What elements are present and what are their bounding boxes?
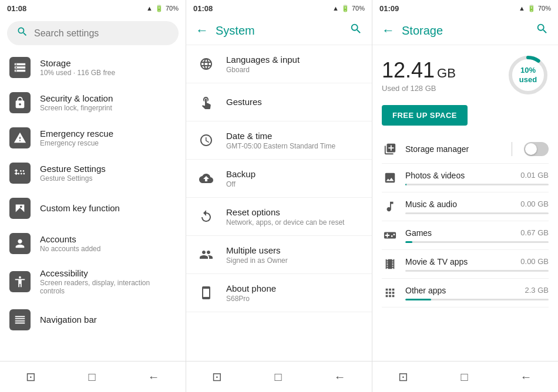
system-item-datetime[interactable]: Date & time GMT-05:00 Eastern Standard T… — [186, 121, 372, 160]
right-time: 01:09 — [379, 4, 399, 13]
language-icon — [196, 53, 217, 75]
system-list: Languages & input Gboard Gestures Date &… — [186, 45, 372, 361]
photos-icon — [382, 170, 398, 186]
storage-circle-progress: 10% used — [507, 55, 549, 96]
movies-header: Movie & TV apps 0.00 GB — [405, 257, 549, 266]
emergency-title: Emergency rescue — [40, 129, 113, 138]
games-header: Games 0.67 GB — [405, 228, 549, 238]
right-nav-home[interactable]: □ — [453, 368, 475, 386]
mid-nav-recent[interactable]: ⊡ — [205, 367, 229, 386]
system-item-language[interactable]: Languages & input Gboard — [186, 45, 372, 83]
photos-progress-fill — [405, 184, 406, 185]
storage-row-music[interactable]: Music & audio 0.00 GB — [382, 192, 549, 221]
system-item-users[interactable]: Multiple users Signed in as Owner — [186, 236, 372, 274]
right-nav-recent[interactable]: ⊡ — [391, 367, 415, 386]
storage-row-photos[interactable]: Photos & videos 0.01 GB — [382, 164, 549, 192]
language-subtitle: Gboard — [226, 66, 300, 74]
right-panel: 01:09 ▲ 🔋 70% ← Storage 12.41 GB Used of… — [372, 0, 558, 392]
sidebar-item-security[interactable]: Security & location Screen lock, fingerp… — [0, 85, 186, 120]
language-title: Languages & input — [226, 55, 300, 65]
users-title: Multiple users — [226, 245, 288, 255]
system-search-icon[interactable] — [349, 22, 362, 39]
left-bottom-nav: ⊡ □ ← — [0, 361, 186, 392]
music-name: Music & audio — [405, 200, 457, 209]
storage-title: Storage — [40, 58, 115, 68]
users-subtitle: Signed in as Owner — [226, 256, 288, 265]
storage-row-games[interactable]: Games 0.67 GB — [382, 221, 549, 250]
accounts-subtitle: No accounts added — [40, 245, 100, 253]
security-text: Security & location Screen lock, fingerp… — [40, 93, 113, 112]
system-item-reset[interactable]: Reset options Network, apps, or device c… — [186, 198, 372, 236]
free-up-space-button[interactable]: FREE UP SPACE — [382, 105, 468, 126]
about-icon — [196, 282, 217, 303]
system-header: ← System — [186, 16, 372, 45]
system-item-backup[interactable]: Backup Off — [186, 160, 372, 198]
right-wifi-icon: ▲ — [519, 5, 525, 12]
gesture-settings-icon — [9, 163, 31, 184]
datetime-icon — [196, 130, 217, 151]
storage-manager-toggle[interactable] — [524, 142, 549, 156]
accessibility-text: Accessibility Screen readers, display, i… — [40, 268, 176, 295]
games-progress — [405, 241, 549, 243]
storage-manager-divider — [512, 142, 512, 156]
storage-manager-icon — [382, 141, 398, 157]
other-content: Other apps 2.3 GB — [405, 286, 549, 300]
sidebar-item-navbar[interactable]: Navigation bar — [0, 302, 186, 337]
sidebar-item-accounts[interactable]: Accounts No accounts added — [0, 226, 186, 261]
mid-bottom-nav: ⊡ □ ← — [186, 361, 372, 392]
users-text: Multiple users Signed in as Owner — [226, 245, 288, 265]
games-size: 0.67 GB — [520, 228, 549, 237]
accounts-title: Accounts — [40, 234, 100, 244]
accounts-icon — [9, 233, 31, 254]
accessibility-icon — [9, 271, 31, 292]
storage-row-other[interactable]: Other apps 2.3 GB — [382, 279, 549, 307]
mid-status-bar: 01:08 ▲ 🔋 70% — [186, 0, 372, 16]
sidebar-item-storage[interactable]: Storage 10% used · 116 GB free — [0, 50, 186, 85]
backup-title: Backup — [226, 169, 256, 179]
about-title: About phone — [226, 283, 276, 293]
storage-back-btn[interactable]: ← — [382, 23, 395, 38]
system-item-gestures[interactable]: Gestures — [186, 83, 372, 121]
mid-nav-back[interactable]: ← — [327, 368, 353, 386]
middle-panel: 01:08 ▲ 🔋 70% ← System Languages & input… — [186, 0, 372, 392]
users-icon — [196, 244, 217, 265]
other-progress-fill — [405, 299, 431, 300]
system-title: System — [216, 24, 342, 38]
sidebar-item-gesture[interactable]: Gesture Settings Gesture Settings — [0, 156, 186, 191]
system-back-btn[interactable]: ← — [196, 23, 209, 38]
search-bar[interactable] — [7, 21, 179, 45]
accounts-text: Accounts No accounts added — [40, 234, 100, 253]
gestures-icon — [196, 92, 217, 113]
reset-icon — [196, 206, 217, 227]
music-header: Music & audio 0.00 GB — [405, 200, 549, 209]
about-subtitle: S68Pro — [226, 295, 276, 303]
sidebar-item-custom-key[interactable]: Custom key function — [0, 191, 186, 226]
mid-nav-home[interactable]: □ — [267, 368, 288, 386]
emergency-text: Emergency rescue Emergency rescue — [40, 129, 113, 147]
left-nav-recent[interactable]: ⊡ — [19, 367, 43, 386]
storage-row-movies[interactable]: Movie & TV apps 0.00 GB — [382, 250, 549, 279]
other-size: 2.3 GB — [525, 286, 549, 295]
games-progress-fill — [405, 241, 412, 243]
system-item-about[interactable]: About phone S68Pro — [186, 274, 372, 312]
security-subtitle: Screen lock, fingerprint — [40, 104, 113, 112]
left-nav-home[interactable]: □ — [81, 368, 102, 386]
search-input[interactable] — [34, 28, 169, 39]
right-nav-back[interactable]: ← — [513, 368, 539, 386]
custom-key-text: Custom key function — [40, 203, 120, 214]
navbar-text: Navigation bar — [40, 315, 97, 325]
custom-key-icon — [9, 198, 31, 219]
emergency-subtitle: Emergency rescue — [40, 139, 113, 147]
sidebar-item-accessibility[interactable]: Accessibility Screen readers, display, i… — [0, 261, 186, 302]
right-battery-icon: 🔋 — [527, 5, 536, 12]
mid-wifi-icon: ▲ — [332, 5, 339, 12]
about-text: About phone S68Pro — [226, 283, 276, 303]
movies-progress — [405, 270, 549, 272]
left-nav-back[interactable]: ← — [141, 368, 167, 386]
photos-size: 0.01 GB — [520, 171, 549, 180]
sidebar-item-emergency[interactable]: Emergency rescue Emergency rescue — [0, 120, 186, 156]
left-status-bar: 01:08 ▲ 🔋 70% — [0, 0, 186, 16]
movies-content: Movie & TV apps 0.00 GB — [405, 257, 549, 272]
storage-used-label: Used of 128 GB — [382, 84, 456, 93]
storage-search-icon[interactable] — [536, 22, 549, 39]
